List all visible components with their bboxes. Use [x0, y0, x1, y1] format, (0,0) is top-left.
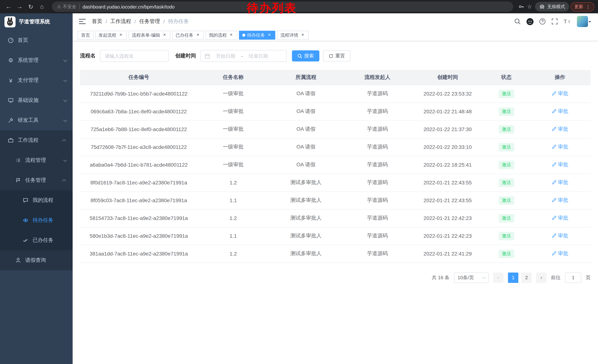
- page-size-select[interactable]: 10条/页: [454, 272, 489, 283]
- help-icon[interactable]: [539, 18, 546, 25]
- sidebar-item-todo-tasks[interactable]: 待办任务: [0, 210, 73, 230]
- tab-close-icon[interactable]: ×: [162, 32, 167, 38]
- sidebar-item-done-tasks[interactable]: 已办任务: [0, 230, 73, 250]
- action-cell: 审批: [529, 156, 590, 174]
- next-page-button[interactable]: ›: [536, 272, 547, 283]
- breadcrumb-home[interactable]: 首页: [92, 18, 102, 25]
- avatar[interactable]: [577, 16, 588, 27]
- col-process: 所属流程: [269, 70, 343, 85]
- action-cell: 审批: [529, 245, 590, 263]
- app-logo[interactable]: 芋道管理系统: [0, 13, 73, 30]
- initiator-cell: 芋道源码: [343, 191, 412, 209]
- sidebar-item-payment-mgmt[interactable]: ¥ 支付管理: [0, 70, 73, 90]
- approve-link[interactable]: 审批: [552, 90, 568, 97]
- approve-label: 审批: [558, 90, 568, 97]
- tab-close-icon[interactable]: ×: [118, 32, 123, 38]
- browser-back-icon[interactable]: ←: [4, 2, 13, 11]
- sidebar-item-label: 流程管理: [25, 157, 46, 164]
- search-icon[interactable]: [514, 18, 521, 25]
- approve-link[interactable]: 审批: [552, 197, 568, 204]
- user-menu[interactable]: [577, 16, 591, 27]
- start-date-input[interactable]: [212, 53, 240, 59]
- tab-label: 发起流程: [99, 32, 116, 38]
- approve-link[interactable]: 审批: [552, 126, 568, 133]
- reset-button[interactable]: 重置: [323, 50, 350, 61]
- approve-link[interactable]: 审批: [552, 108, 568, 115]
- browser-menu-icon[interactable]: ⋮: [586, 4, 590, 9]
- initiator-cell: 芋道源码: [343, 120, 412, 138]
- tab-待办任务[interactable]: 待办任务×: [239, 31, 275, 40]
- calendar-icon: [205, 53, 210, 59]
- approve-label: 审批: [558, 144, 568, 150]
- sidebar-item-label: 我的流程: [33, 197, 53, 204]
- github-icon[interactable]: [526, 18, 533, 25]
- approve-link[interactable]: 审批: [552, 179, 568, 186]
- tab-流程详情[interactable]: 流程详情×: [277, 31, 309, 40]
- table-row: 725a1eb6-7b88-11ec-8ef0-acde48001122一级审批…: [80, 120, 590, 138]
- date-range-picker[interactable]: -: [200, 50, 287, 62]
- sidebar-item-dev-tools[interactable]: 研发工具: [0, 110, 73, 130]
- end-date-input[interactable]: [244, 53, 273, 59]
- yen-icon: ¥: [8, 77, 14, 84]
- list-icon: [15, 157, 22, 164]
- action-cell: 审批: [529, 138, 590, 156]
- svg-text:T: T: [568, 20, 570, 24]
- logo-image: [4, 16, 16, 27]
- tab-首页[interactable]: 首页: [78, 31, 93, 40]
- sidebar-item-infrastructure[interactable]: 基础设施: [0, 90, 73, 110]
- page-button-1[interactable]: 1: [508, 272, 518, 283]
- tab-close-icon[interactable]: ×: [267, 32, 272, 38]
- tab-我的流程[interactable]: 我的流程×: [206, 31, 237, 40]
- url-text[interactable]: dashboard.yudao.iocoder.cn/bpm/task/todo: [83, 4, 175, 9]
- bookmark-star-icon[interactable]: ☆: [527, 3, 532, 10]
- browser-update-chip[interactable]: 更新 ⋮: [571, 2, 594, 11]
- browser-refresh-icon[interactable]: ↻: [26, 2, 36, 11]
- sidebar-item-process-mgmt[interactable]: 流程管理: [0, 150, 73, 170]
- prev-page-button[interactable]: ‹: [493, 272, 504, 283]
- next-page-icon: ›: [540, 275, 542, 280]
- breadcrumb-workflow[interactable]: 工作流程: [110, 18, 131, 25]
- browser-home-icon[interactable]: ⌂: [37, 2, 47, 11]
- status-cell: 激活: [483, 245, 529, 263]
- chevron-down-icon: [63, 58, 67, 62]
- sidebar-item-my-process[interactable]: 我的流程: [0, 190, 73, 210]
- task-name-cell: 1.2: [198, 245, 269, 263]
- search-button[interactable]: 搜索: [292, 50, 319, 61]
- created-time-cell: 2022-01-21 22:43:55: [412, 191, 483, 209]
- font-size-icon[interactable]: TT: [564, 18, 571, 25]
- breadcrumb-task-mgmt[interactable]: 任务管理: [139, 18, 160, 25]
- sidebar-item-system-mgmt[interactable]: ⚙ 系统管理: [0, 50, 73, 70]
- approve-link[interactable]: 审批: [552, 250, 568, 257]
- key-icon[interactable]: [518, 4, 524, 10]
- security-label[interactable]: ⚠ 不安全: [57, 4, 76, 10]
- page-button-2[interactable]: 2: [521, 272, 532, 283]
- browser-forward-icon[interactable]: →: [15, 2, 25, 11]
- approve-link[interactable]: 审批: [552, 162, 568, 168]
- tab-发起流程[interactable]: 发起流程×: [95, 31, 127, 40]
- tab-close-icon[interactable]: ×: [195, 32, 200, 38]
- sidebar-item-home[interactable]: 首页: [0, 30, 73, 50]
- approve-link[interactable]: 审批: [552, 144, 568, 150]
- update-label[interactable]: 更新: [574, 4, 583, 10]
- chevron-down-icon: [63, 78, 67, 82]
- caret-down-icon: [588, 21, 591, 24]
- prev-page-icon: ‹: [498, 275, 499, 280]
- pen-icon: [552, 162, 556, 167]
- goto-label: 前往: [551, 274, 561, 281]
- tab-close-icon[interactable]: ×: [300, 32, 305, 38]
- header-actions: TT: [514, 16, 591, 27]
- approve-link[interactable]: 审批: [552, 215, 568, 221]
- tab-流程表单-编辑[interactable]: 流程表单-编辑×: [129, 31, 170, 40]
- sidebar-item-workflow[interactable]: 工作流程: [0, 130, 73, 150]
- tab-close-icon[interactable]: ×: [229, 32, 234, 38]
- chevron-down-icon: [63, 158, 67, 162]
- approve-link[interactable]: 审批: [552, 233, 568, 239]
- process-name-input[interactable]: [100, 50, 169, 62]
- fullscreen-icon[interactable]: [551, 18, 558, 25]
- goto-page-input[interactable]: [565, 272, 581, 283]
- approve-label: 审批: [558, 108, 568, 115]
- sidebar-item-leave-query[interactable]: 请假查询: [0, 250, 73, 270]
- menu-fold-icon[interactable]: [79, 18, 86, 24]
- tab-已办任务[interactable]: 已办任务×: [172, 31, 204, 40]
- sidebar-item-task-mgmt[interactable]: 任务管理: [0, 170, 73, 190]
